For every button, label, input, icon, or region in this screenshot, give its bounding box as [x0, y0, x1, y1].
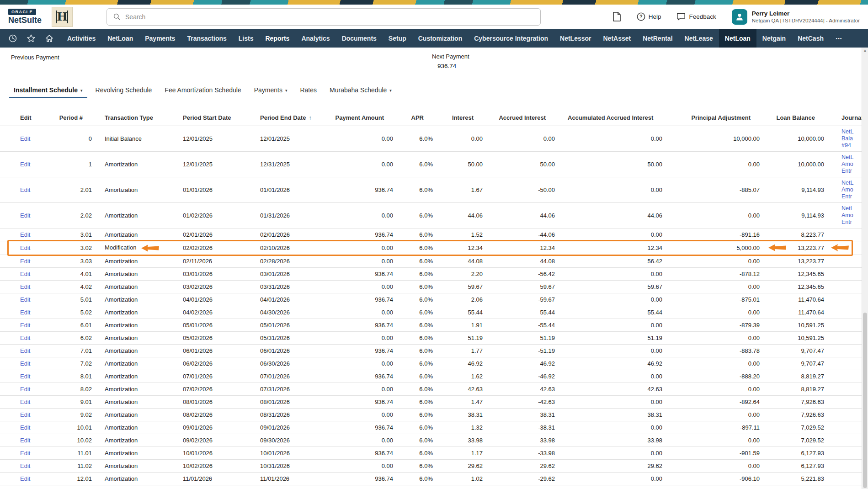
col-header-period[interactable]: Period # — [37, 110, 98, 126]
edit-link[interactable]: Edit — [20, 283, 30, 290]
col-header-loan-balance[interactable]: Loan Balance — [766, 110, 831, 126]
nav-item-netrental[interactable]: NetRental — [637, 29, 678, 48]
nav-item-netloan[interactable]: NetLoan — [101, 29, 139, 48]
journal-link[interactable]: Bala — [841, 135, 862, 142]
interest-cell-value: 1.02 — [471, 475, 483, 482]
col-header-edit[interactable]: Edit — [0, 110, 37, 126]
period-cell: 3.03 — [37, 255, 98, 267]
nav-item-documents[interactable]: Documents — [336, 29, 383, 48]
interest-cell-value: 1.47 — [471, 399, 483, 405]
nav-item-transactions[interactable]: Transactions — [181, 29, 232, 48]
edit-link[interactable]: Edit — [20, 309, 30, 316]
nav-item-netlessor[interactable]: NetLessor — [554, 29, 597, 48]
nav-item-activities[interactable]: Activities — [61, 29, 101, 48]
col-header-accrued-interest[interactable]: Accrued Interest — [489, 110, 561, 126]
user-menu[interactable]: Perry Leimer Netgain QA [TSTDRV2024444] … — [732, 9, 860, 25]
edit-link[interactable]: Edit — [20, 462, 30, 469]
edit-link[interactable]: Edit — [20, 360, 30, 367]
scroll-up-icon[interactable]: ▲ — [862, 48, 868, 53]
nav-item-lists[interactable]: Lists — [233, 29, 260, 48]
nav-item-cybersource-integration[interactable]: Cybersource Integration — [468, 29, 554, 48]
edit-link[interactable]: Edit — [20, 399, 30, 405]
col-header-transaction-type[interactable]: Transaction Type — [98, 110, 176, 126]
edit-link[interactable]: Edit — [20, 271, 30, 277]
payment-cell-value: 936.74 — [375, 475, 393, 482]
edit-link[interactable]: Edit — [20, 386, 30, 393]
nav-item-customization[interactable]: Customization — [412, 29, 468, 48]
tab-rates[interactable]: Rates — [293, 84, 323, 98]
period-cell: 4.02 — [37, 280, 98, 293]
scrollbar-thumb[interactable] — [863, 313, 867, 488]
recents-clock-icon[interactable] — [4, 29, 22, 48]
schedule-row-3.02: Edit3.02Modification02/02/202602/10/2026… — [0, 241, 862, 255]
edit-link[interactable]: Edit — [20, 186, 30, 193]
shortcuts-star-icon[interactable] — [22, 29, 40, 48]
journal-link[interactable]: Amo — [841, 161, 862, 168]
edit-link[interactable]: Edit — [20, 347, 30, 354]
edit-link[interactable]: Edit — [20, 135, 30, 142]
help-button[interactable]: ? Help — [637, 12, 661, 21]
col-header-apr[interactable]: APR — [399, 110, 439, 126]
edit-link[interactable]: Edit — [20, 322, 30, 329]
tab-payments[interactable]: Payments▾ — [248, 84, 294, 98]
edit-link[interactable]: Edit — [20, 450, 30, 457]
edit-link[interactable]: Edit — [20, 212, 30, 219]
journal-cell — [831, 434, 862, 446]
tab-installment-schedule[interactable]: Installment Schedule▾ — [7, 84, 89, 98]
journal-link[interactable]: Entr — [841, 219, 862, 226]
journal-link[interactable]: NetL — [841, 180, 862, 186]
tab-fee-amortization-schedule[interactable]: Fee Amortization Schedule — [158, 84, 247, 98]
vertical-scrollbar[interactable]: ▲ — [862, 48, 868, 489]
global-search[interactable] — [107, 8, 541, 26]
col-header-principal-adjustment[interactable]: Principal Adjustment — [669, 110, 766, 126]
nav-item-setup[interactable]: Setup — [383, 29, 412, 48]
edit-link[interactable]: Edit — [20, 244, 30, 251]
search-input[interactable] — [125, 13, 534, 21]
nav-item-payments[interactable]: Payments — [139, 29, 181, 48]
nav-item-reports[interactable]: Reports — [259, 29, 295, 48]
nav-item-netcash[interactable]: NetCash — [792, 29, 830, 48]
apr-cell-value: 6.0% — [419, 258, 433, 265]
payment-cell: 936.74 — [327, 421, 399, 434]
col-header-period-start-date[interactable]: Period Start Date — [176, 110, 254, 126]
accrued-cell: 12.34 — [489, 241, 561, 255]
tab-revolving-schedule[interactable]: Revolving Schedule — [89, 84, 159, 98]
journal-link[interactable]: #94 — [841, 142, 862, 149]
edit-link[interactable]: Edit — [20, 231, 30, 238]
new-document-button[interactable] — [612, 12, 621, 21]
edit-link[interactable]: Edit — [20, 161, 30, 168]
feedback-button[interactable]: Feedback — [676, 12, 716, 21]
edit-link[interactable]: Edit — [20, 411, 30, 418]
nav-item-netasset[interactable]: NetAsset — [597, 29, 637, 48]
netsuite-logo[interactable]: ORACLE NetSuite — [8, 9, 42, 25]
journal-link[interactable]: Amo — [841, 186, 862, 193]
journal-link[interactable]: NetL — [841, 128, 862, 135]
journal-link[interactable]: Entr — [841, 193, 862, 200]
edit-link[interactable]: Edit — [20, 258, 30, 265]
col-header-period-end-date[interactable]: Period End Date↑ — [254, 110, 327, 126]
edit-link[interactable]: Edit — [20, 373, 30, 380]
col-header-label: Period Start Date — [183, 114, 231, 121]
edit-link[interactable]: Edit — [20, 335, 30, 341]
col-header-journal[interactable]: Journal — [831, 110, 862, 126]
edit-link[interactable]: Edit — [20, 437, 30, 444]
col-header-accumulated-accrued-interest[interactable]: Accumulated Accrued Interest — [561, 110, 669, 126]
tab-murabaha-schedule[interactable]: Murabaha Schedule▾ — [323, 84, 398, 98]
col-header-payment-amount[interactable]: Payment Amount — [327, 110, 399, 126]
edit-link[interactable]: Edit — [20, 424, 30, 431]
start-date-cell: 12/01/2025 — [176, 126, 254, 152]
col-header-interest[interactable]: Interest — [439, 110, 489, 126]
nav-item-netloan-2[interactable]: NetLoan — [719, 29, 756, 48]
journal-link[interactable]: NetL — [841, 154, 862, 161]
period-cell-value: 3.01 — [80, 231, 92, 238]
nav-item-netlease[interactable]: NetLease — [679, 29, 719, 48]
edit-link[interactable]: Edit — [20, 475, 30, 482]
journal-link[interactable]: Entr — [841, 168, 862, 175]
journal-link[interactable]: NetL — [841, 205, 862, 212]
nav-item-netgain[interactable]: Netgain — [756, 29, 792, 48]
nav-item-analytics[interactable]: Analytics — [295, 29, 335, 48]
nav-item-more[interactable]: ⋯ — [830, 29, 848, 48]
journal-link[interactable]: Amo — [841, 212, 862, 219]
edit-link[interactable]: Edit — [20, 296, 30, 303]
home-icon[interactable] — [40, 29, 59, 48]
